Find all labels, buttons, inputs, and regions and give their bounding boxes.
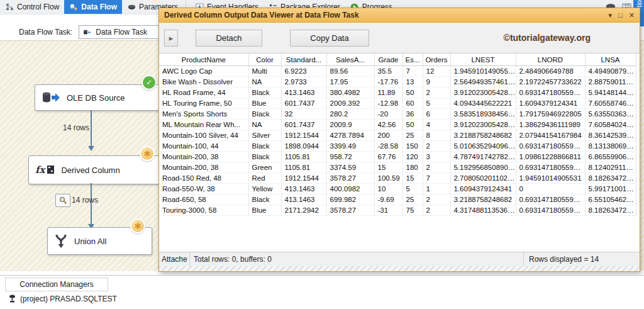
cell: 1105.81 <box>281 152 326 162</box>
connector-source-to-derived[interactable] <box>91 110 92 149</box>
copy-data-button[interactable]: Copy Data <box>290 30 369 47</box>
cell: 36 <box>402 109 423 120</box>
data-viewer-magnifier[interactable] <box>55 194 70 207</box>
cell: 2.07944154167984 <box>516 130 585 141</box>
table-row[interactable]: Mountain-200, 38Black1105.81958.7267.761… <box>159 152 636 162</box>
dialog-toolbar: ▸ Detach Copy Data ©tutorialgateway.org <box>159 23 640 53</box>
node-ole-db-source[interactable]: OLE DB Source <box>35 84 162 111</box>
node-derived-column[interactable]: fx Derived Column <box>28 155 162 184</box>
table-row[interactable]: Touring-3000, 58Blue2171.29423578.27-317… <box>159 205 636 216</box>
cell: 3399.49 <box>326 141 374 152</box>
play-button[interactable]: ▸ <box>164 30 178 47</box>
column-header[interactable]: Grade <box>374 53 402 66</box>
cell: 2009.9 <box>326 120 374 130</box>
magnifier-icon <box>59 196 67 205</box>
maximize-icon[interactable]: □ <box>618 11 623 20</box>
column-header[interactable]: Orders <box>423 53 450 66</box>
cell: -12.98 <box>374 98 402 109</box>
cell: 2 <box>423 205 450 216</box>
row-count-label: 14 rows <box>63 123 89 132</box>
cell: 12 <box>423 66 450 77</box>
column-header[interactable]: SalesA... <box>326 53 374 66</box>
table-row[interactable]: HL Road Frame, 44Black413.1463380.498211… <box>159 87 636 98</box>
table-row[interactable]: Mountain-200, 38Green1105.813374.5915180… <box>159 162 636 173</box>
cell: 1.79175946922805 <box>516 109 585 120</box>
tab-data-flow[interactable]: Data Flow <box>64 0 122 14</box>
table-row[interactable]: Men's Sports ShortsBlack32280.2-203663.5… <box>159 109 636 120</box>
cell: 2171.2942 <box>281 205 326 216</box>
cell: 75 <box>402 205 423 216</box>
table-row[interactable]: Road-550-W, 38Yellow413.1463400.09821051… <box>159 184 636 194</box>
cell: 4278.7894 <box>326 130 374 141</box>
cell: Black <box>248 141 281 152</box>
column-header[interactable]: ProductName <box>159 53 248 66</box>
watermark-text: ©tutorialgateway.org <box>504 33 591 43</box>
column-header[interactable]: LNEST <box>450 53 516 66</box>
cell: Touring-3000, 58 <box>159 205 248 216</box>
tab-label: Data Flow <box>81 3 117 11</box>
cell: 7 <box>402 66 423 77</box>
cell: Silver <box>248 130 281 141</box>
cell: 7.60584024857171 <box>585 120 636 130</box>
cell: 6 <box>423 109 450 120</box>
cell: 5 <box>423 98 450 109</box>
cell: 10 <box>374 184 402 194</box>
cell: Black <box>248 109 281 120</box>
column-header[interactable]: LNORD <box>516 53 585 66</box>
cell: 9 <box>423 77 450 87</box>
cell: AWC Logo Cap <box>159 66 248 77</box>
cell: -28.58 <box>374 141 402 152</box>
table-row[interactable]: Mountain-100 Silver, 44Silver1912.154442… <box>159 130 636 141</box>
detach-button[interactable]: Detach <box>196 30 262 47</box>
cell: Green <box>248 162 281 173</box>
cell: Mountain-100 Silver, 44 <box>159 130 248 141</box>
dialog-titlebar[interactable]: Derived Column Output Data Viewer at Dat… <box>159 8 640 23</box>
node-label: Union All <box>74 237 106 246</box>
cell: 413.1463 <box>281 194 326 205</box>
table-row[interactable]: HL Touring Frame, 50Blue601.74372009.392… <box>159 98 636 109</box>
connection-manager-item[interactable]: (project) PRASAD.SQLTEST <box>9 295 117 303</box>
table-row[interactable]: AWC Logo CapMulti6.922389.5635.57121.945… <box>159 66 636 77</box>
task-label: Data Flow Task: <box>19 28 72 37</box>
dialog-resize-grip[interactable] <box>159 266 640 271</box>
data-grid-container[interactable]: ProductNameColorStandard...SalesA...Grad… <box>159 53 640 252</box>
cell: 6.55105462042707 <box>585 194 636 205</box>
status-total-rows: Total rows: 0, buffers: 0 <box>190 252 524 266</box>
cell: 32 <box>281 109 326 120</box>
table-row[interactable]: Mountain-100, 44Black1898.09443399.49-28… <box>159 141 636 152</box>
column-header[interactable]: Es... <box>402 53 423 66</box>
parameters-icon <box>127 3 136 11</box>
cell: 25 <box>402 194 423 205</box>
cell: 8 <box>423 130 450 141</box>
cell: 7.60558746773234 <box>585 98 636 109</box>
cell: HL Touring Frame, 50 <box>159 98 248 109</box>
cell: 280.2 <box>326 109 374 120</box>
column-header[interactable]: Color <box>248 53 281 66</box>
table-row[interactable]: Bike Wash - DissolverNA2.973317.95-17.76… <box>159 77 636 87</box>
task-dropdown-value: Data Flow Task <box>96 28 147 37</box>
table-row[interactable]: Road-650, 58Black413.1463699.982-9.69252… <box>159 194 636 205</box>
close-icon[interactable]: ✕ <box>629 11 635 20</box>
table-row[interactable]: Road-150 Red, 48Red1912.15443578.27100.5… <box>159 173 636 184</box>
connection-managers-tab[interactable]: Connection Managers <box>5 278 108 291</box>
connection-icon <box>9 295 16 303</box>
cell: 1.6094379124341 <box>450 184 516 194</box>
cell: 4.49490879173055 <box>585 66 636 77</box>
connector-derived-to-union[interactable] <box>91 183 92 227</box>
data-flow-task-icon <box>83 29 92 36</box>
column-header[interactable]: Standard... <box>281 53 326 66</box>
cell: 15 <box>374 162 402 173</box>
table-row[interactable]: ML Mountain Rear Wh...NA601.74372009.942… <box>159 120 636 130</box>
tab-control-flow[interactable]: Control Flow <box>0 0 64 14</box>
cell: 2 <box>423 162 450 173</box>
cell: Multi <box>248 66 281 77</box>
window-menu-icon[interactable]: ▾ <box>609 11 613 20</box>
cell: 2009.392 <box>326 98 374 109</box>
column-header[interactable]: LNSA <box>585 53 636 66</box>
cell: 5.19295685089021 <box>450 162 516 173</box>
cell: 0.693147180559945 <box>516 162 585 173</box>
arrowhead-icon <box>88 146 94 154</box>
cell: 5.01063529409626 <box>450 141 516 152</box>
asterisk-icon: ✱ <box>143 149 151 159</box>
cell: 601.7437 <box>281 120 326 130</box>
